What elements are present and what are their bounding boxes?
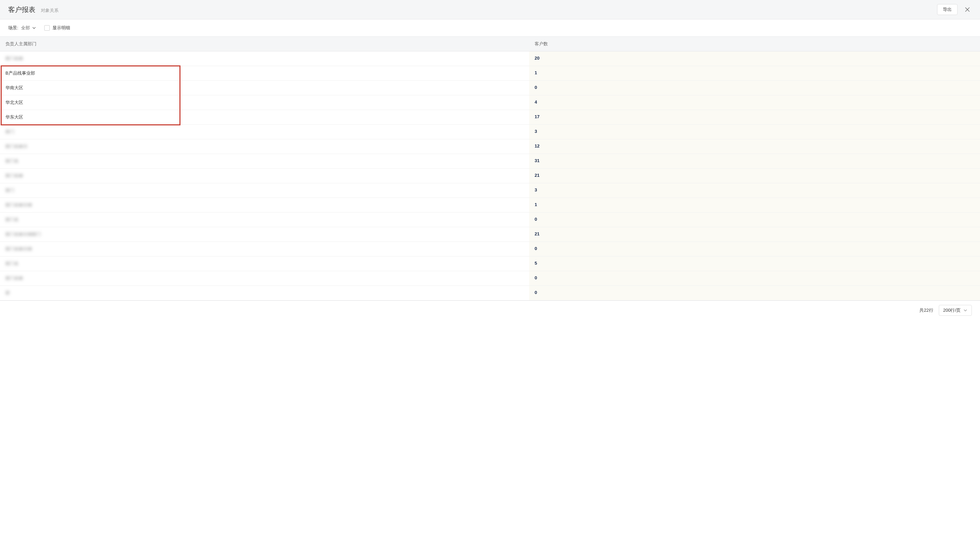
table-row[interactable]: B产品线事业部1 bbox=[0, 66, 980, 81]
cell-department: 华南大区 bbox=[0, 81, 529, 95]
cell-department: 部门名称示例 bbox=[0, 198, 529, 212]
table-row[interactable]: 部0 bbox=[0, 286, 980, 301]
cell-count: 21 bbox=[529, 227, 980, 242]
cell-count: 0 bbox=[529, 286, 980, 300]
table-row[interactable]: 华东大区17 bbox=[0, 110, 980, 125]
cell-department: 部门名称示例部门 bbox=[0, 227, 529, 242]
cell-department: 部门 bbox=[0, 183, 529, 197]
show-detail-group: 显示明细 bbox=[44, 25, 70, 31]
cell-count: 31 bbox=[529, 154, 980, 168]
table-row[interactable]: 部门名称示12 bbox=[0, 139, 980, 154]
chevron-down-icon bbox=[963, 308, 967, 312]
scene-label: 场景: bbox=[8, 25, 18, 31]
table-row[interactable]: 部门名5 bbox=[0, 256, 980, 271]
toolbar: 场景: 全部 显示明细 bbox=[0, 19, 980, 37]
total-rows-label: 共22行 bbox=[920, 307, 933, 314]
cell-count: 21 bbox=[529, 169, 980, 183]
cell-department: 部门名称 bbox=[0, 169, 529, 183]
table-header-row: 负责人主属部门 客户数 bbox=[0, 37, 980, 51]
report-table: 负责人主属部门 客户数 部门名称20B产品线事业部1华南大区0华北大区4华东大区… bbox=[0, 37, 980, 301]
show-detail-checkbox[interactable] bbox=[44, 25, 50, 31]
table-row[interactable]: 华北大区4 bbox=[0, 96, 980, 110]
cell-count: 0 bbox=[529, 271, 980, 285]
table-row[interactable]: 部门3 bbox=[0, 183, 980, 198]
cell-count: 12 bbox=[529, 139, 980, 154]
scene-value: 全部 bbox=[21, 25, 30, 31]
cell-count: 5 bbox=[529, 256, 980, 271]
show-detail-label: 显示明细 bbox=[52, 25, 70, 31]
table-row[interactable]: 部门名0 bbox=[0, 213, 980, 227]
header-left: 客户报表 对象关系 bbox=[8, 5, 59, 14]
column-header-department[interactable]: 负责人主属部门 bbox=[0, 37, 529, 51]
scene-filter: 场景: 全部 bbox=[8, 25, 36, 31]
table-body: 部门名称20B产品线事业部1华南大区0华北大区4华东大区17部门3部门名称示12… bbox=[0, 51, 980, 301]
header-right: 导出 bbox=[937, 4, 972, 15]
cell-department: 华东大区 bbox=[0, 110, 529, 124]
page-size-value: 200行/页 bbox=[943, 307, 961, 314]
cell-department: 部 bbox=[0, 286, 529, 300]
page-title: 客户报表 bbox=[8, 5, 35, 14]
table-row[interactable]: 部门名称示例0 bbox=[0, 242, 980, 256]
cell-count: 0 bbox=[529, 81, 980, 95]
cell-count: 1 bbox=[529, 66, 980, 80]
close-button[interactable] bbox=[963, 5, 972, 14]
cell-department: 部门名称 bbox=[0, 51, 529, 66]
cell-count: 4 bbox=[529, 96, 980, 110]
table-footer: 共22行 200行/页 bbox=[0, 301, 980, 320]
table-row[interactable]: 部门名称0 bbox=[0, 271, 980, 286]
table-wrapper: 负责人主属部门 客户数 部门名称20B产品线事业部1华南大区0华北大区4华东大区… bbox=[0, 37, 980, 301]
column-header-count[interactable]: 客户数 bbox=[529, 37, 980, 51]
page-header: 客户报表 对象关系 导出 bbox=[0, 0, 980, 19]
cell-count: 20 bbox=[529, 51, 980, 66]
cell-department: 部门名 bbox=[0, 256, 529, 271]
cell-count: 1 bbox=[529, 198, 980, 212]
cell-department: 华北大区 bbox=[0, 96, 529, 110]
page-size-select[interactable]: 200行/页 bbox=[939, 305, 972, 316]
cell-count: 0 bbox=[529, 242, 980, 256]
cell-department: 部门名 bbox=[0, 213, 529, 227]
table-row[interactable]: 部门名称示例1 bbox=[0, 198, 980, 213]
close-icon bbox=[964, 6, 970, 13]
cell-department: 部门名称示例 bbox=[0, 242, 529, 256]
scene-select[interactable]: 全部 bbox=[21, 25, 36, 31]
cell-count: 0 bbox=[529, 213, 980, 227]
table-row[interactable]: 部门名称示例部门21 bbox=[0, 227, 980, 242]
table-row[interactable]: 部门3 bbox=[0, 125, 980, 139]
chevron-down-icon bbox=[32, 26, 36, 30]
cell-department: B产品线事业部 bbox=[0, 66, 529, 80]
cell-count: 17 bbox=[529, 110, 980, 124]
cell-department: 部门 bbox=[0, 125, 529, 139]
export-button[interactable]: 导出 bbox=[937, 4, 958, 15]
cell-department: 部门名称 bbox=[0, 271, 529, 285]
cell-count: 3 bbox=[529, 183, 980, 197]
cell-department: 部门名称示 bbox=[0, 139, 529, 154]
cell-department: 部门名 bbox=[0, 154, 529, 168]
table-row[interactable]: 华南大区0 bbox=[0, 81, 980, 96]
table-row[interactable]: 部门名31 bbox=[0, 154, 980, 169]
table-row[interactable]: 部门名称21 bbox=[0, 169, 980, 183]
cell-count: 3 bbox=[529, 125, 980, 139]
page-subtitle: 对象关系 bbox=[41, 8, 59, 14]
table-row[interactable]: 部门名称20 bbox=[0, 51, 980, 66]
